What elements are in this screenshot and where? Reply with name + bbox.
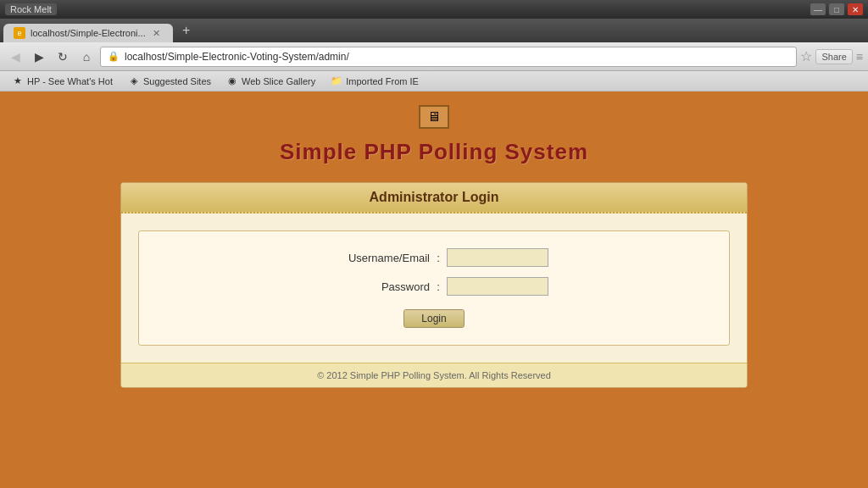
bookmark-suggested-icon: ◈ (128, 75, 140, 87)
page-icon: 🖥 (419, 105, 449, 129)
bookmark-web-slice[interactable]: ◉ Web Slice Gallery (220, 74, 322, 89)
bookmark-imported-icon: 📁 (331, 75, 342, 87)
reader-icon[interactable]: ≡ (856, 50, 863, 64)
title-bar: Rock Melt — □ ✕ (0, 0, 868, 19)
home-button[interactable]: ⌂ (76, 47, 97, 67)
back-button[interactable]: ◀ (5, 47, 25, 67)
username-row: Username/Email : (320, 248, 548, 267)
username-colon: : (430, 252, 447, 264)
page-content: 🖥 Simple PHP Polling System Administrato… (0, 92, 868, 488)
bookmark-web-slice-label: Web Slice Gallery (242, 76, 315, 86)
password-label: Password (320, 280, 430, 293)
minimize-button[interactable]: — (810, 3, 826, 15)
page-title: Simple PHP Polling System (280, 139, 588, 165)
bookmarks-bar: ★ HP - See What's Hot ◈ Suggested Sites … (0, 71, 868, 92)
bookmark-web-slice-icon: ◉ (226, 75, 238, 87)
login-header: Administrator Login (121, 183, 747, 214)
bookmark-suggested-label: Suggested Sites (143, 76, 211, 86)
navigation-bar: ◀ ▶ ↻ ⌂ 🔒 localhost/Simple-Electronic-Vo… (0, 42, 868, 71)
login-body: Username/Email : Password : Login (121, 214, 747, 363)
username-input[interactable] (447, 248, 548, 267)
bookmark-imported[interactable]: 📁 Imported From IE (324, 74, 426, 89)
bookmark-hp-label: HP - See What's Hot (27, 76, 113, 86)
tab-favicon: e (14, 27, 25, 39)
address-lock-icon: 🔒 (108, 51, 120, 62)
share-button[interactable]: Share (815, 49, 852, 64)
maximize-button[interactable]: □ (829, 3, 844, 15)
page-icon-symbol: 🖥 (427, 109, 441, 125)
password-colon: : (430, 280, 447, 293)
window-controls: — □ ✕ (810, 3, 863, 15)
forward-button[interactable]: ▶ (29, 47, 49, 67)
login-header-text: Administrator Login (370, 190, 499, 204)
username-label: Username/Email (320, 252, 430, 264)
login-container: Administrator Login Username/Email : Pas… (120, 182, 748, 388)
login-footer: © 2012 Simple PHP Polling System. All Ri… (121, 363, 747, 387)
close-button[interactable]: ✕ (848, 3, 863, 15)
nav-actions: ☆ Share ≡ (800, 48, 863, 64)
tab-close-button[interactable]: ✕ (151, 27, 163, 39)
bookmark-suggested[interactable]: ◈ Suggested Sites (121, 74, 218, 89)
login-button[interactable]: Login (403, 309, 464, 328)
new-tab-button[interactable]: + (176, 21, 197, 40)
address-bar[interactable]: 🔒 localhost/Simple-Electronic-Voting-Sys… (100, 47, 797, 67)
tab-label: localhost/Simple-Electroni... (31, 28, 146, 38)
bookmark-hp[interactable]: ★ HP - See What's Hot (5, 74, 120, 89)
bookmark-star-icon[interactable]: ☆ (800, 48, 812, 64)
bookmark-hp-icon: ★ (12, 75, 24, 87)
password-input[interactable] (447, 277, 548, 296)
password-row: Password : (320, 277, 548, 296)
active-tab[interactable]: e localhost/Simple-Electroni... ✕ (3, 24, 173, 42)
refresh-button[interactable]: ↻ (53, 47, 73, 67)
bookmark-imported-label: Imported From IE (346, 76, 419, 86)
address-text: localhost/Simple-Electronic-Voting-Syste… (125, 51, 789, 63)
tab-bar: e localhost/Simple-Electroni... ✕ + (0, 19, 868, 42)
app-name: Rock Melt (5, 3, 57, 15)
footer-text: © 2012 Simple PHP Polling System. All Ri… (317, 370, 551, 380)
login-form-box: Username/Email : Password : Login (138, 230, 730, 346)
